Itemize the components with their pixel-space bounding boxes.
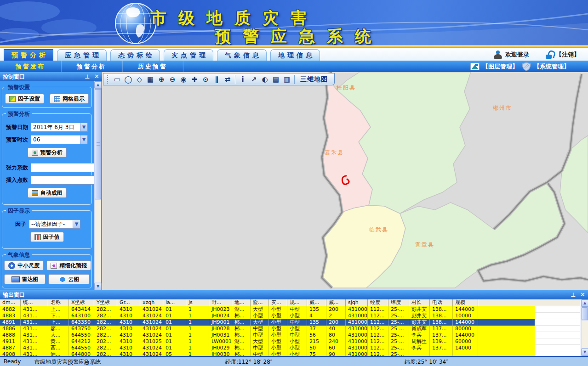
output-column-header-9[interactable]: 野... — [209, 299, 232, 306]
warning-time-select[interactable]: 06 ▼ — [31, 135, 88, 144]
export-icon[interactable]: ↗ — [248, 74, 259, 84]
status-longitude: 经度:112° 18′ 28″ — [225, 358, 272, 366]
output-column-header-15[interactable]: 威... — [326, 299, 346, 306]
output-column-header-19[interactable]: 村长 — [409, 299, 430, 306]
output-column-header-16[interactable]: sjqh — [346, 299, 368, 306]
history-clock-icon[interactable]: ◐ — [259, 74, 270, 84]
output-column-header-1[interactable]: 统... — [21, 299, 48, 306]
output-column-header-13[interactable]: 规... — [287, 299, 307, 306]
table-cell: 80 — [326, 332, 346, 338]
table-row-4886[interactable]: 4886431...廖...643750282...4310431024011J… — [0, 326, 580, 332]
measure-distance-icon[interactable]: ▭ — [112, 74, 123, 84]
print-preview-icon[interactable]: ▥ — [281, 74, 292, 84]
submenu-item-0[interactable]: 预警发布 — [0, 61, 61, 72]
warning-analysis-label: 预警分析 — [40, 149, 63, 157]
warning-date-value: 2011年 6月 3日 — [31, 123, 80, 131]
table-cell: 4887 — [0, 345, 21, 351]
warning-date-select[interactable]: 2011年 6月 3日 ▼ — [31, 123, 88, 132]
output-column-header-10[interactable]: 地... — [232, 299, 251, 306]
3d-map-button[interactable]: 三维地图 — [297, 75, 331, 84]
table-row-4911[interactable]: 4911431...黄...644212282...4310431025011L… — [0, 338, 580, 345]
output-column-header-6[interactable]: xzqh — [140, 299, 163, 306]
auto-map-button[interactable]: 自动成图 — [28, 188, 67, 198]
info-icon[interactable]: i — [237, 74, 248, 84]
submenu-item-1[interactable]: 预警分析 — [61, 61, 122, 72]
pin-icon[interactable]: ⊥ — [571, 292, 576, 298]
output-column-header-21[interactable]: 规模 — [453, 299, 478, 306]
factor-value-button[interactable]: 因子值 — [30, 232, 64, 242]
zoom-in-icon[interactable]: ⊕ — [156, 74, 167, 84]
factor-settings-button[interactable]: 因子设置 — [5, 94, 44, 104]
output-column-header-20[interactable]: 电话 — [430, 299, 453, 306]
table-row-4882[interactable]: 4882431...上...643414282...4310431024011J… — [0, 306, 580, 313]
close-icon[interactable]: ✕ — [94, 73, 99, 80]
measure-circle-icon[interactable]: ◯ — [123, 74, 134, 84]
main-tab-4[interactable]: 气象信息 — [217, 49, 267, 61]
pin-icon[interactable]: ⊥ — [85, 73, 90, 80]
pan-hand-icon[interactable]: ✚ — [189, 74, 200, 84]
scroll-up-icon[interactable]: ▲ — [94, 81, 102, 89]
layer-management-button[interactable]: 【图层管理】 — [470, 62, 518, 71]
radar-map-button[interactable]: 雷达图 — [4, 274, 46, 284]
pause-icon[interactable]: ∥ — [211, 74, 222, 84]
table-row-4887[interactable]: 4887431...西...644550282...4310431024011J… — [0, 345, 580, 351]
welcome-login[interactable]: 欢迎登录 — [493, 51, 529, 59]
toolbar-grip[interactable] — [107, 75, 109, 84]
grid-display-button[interactable]: 网格显示 — [50, 94, 89, 104]
output-column-header-2[interactable]: 名称 — [48, 299, 69, 306]
main-tab-2[interactable]: 态势标绘 — [110, 49, 160, 61]
output-column-header-0[interactable]: dm... — [0, 299, 21, 306]
table-cell: 431000 — [346, 313, 368, 319]
tension-coefficient-input[interactable] — [31, 163, 94, 172]
main-tab-1[interactable]: 应急管理 — [57, 49, 107, 61]
warning-analysis-button[interactable]: 预警分析 — [28, 147, 67, 158]
scroll-down-icon[interactable]: ▼ — [94, 283, 102, 290]
grid-icon[interactable]: ▦ — [145, 74, 156, 84]
fine-forecast-button[interactable]: 精细化预报 — [46, 260, 91, 270]
output-column-header-14[interactable]: 威... — [307, 299, 326, 306]
insert-points-input[interactable] — [31, 175, 94, 185]
table-row-4883[interactable]: 4883431...下...643100282...4310431024011J… — [0, 313, 580, 319]
table-cell: 4891 — [0, 319, 21, 326]
scroll-down-icon[interactable]: ▼ — [581, 349, 588, 356]
main-tab-0[interactable]: 预警分析 — [4, 49, 53, 61]
factor-select[interactable]: --请选择因子- ▼ — [29, 220, 80, 229]
output-scrollbar[interactable]: ▲ ▼ — [581, 299, 588, 356]
table-row-4888[interactable]: 4888431...大...644550282...4310431024011J… — [0, 332, 580, 338]
output-column-header-7[interactable]: la... — [163, 299, 186, 306]
output-column-header-18[interactable]: 纬度 — [388, 299, 409, 306]
output-column-header-3[interactable]: X坐标 — [69, 299, 94, 306]
main-tab-3[interactable]: 灾点管理 — [164, 49, 213, 61]
close-icon[interactable]: ✕ — [580, 291, 585, 298]
cloud-map-button[interactable]: 云图 — [48, 274, 90, 284]
swap-arrows-icon[interactable]: ⇄ — [222, 74, 233, 84]
table-row-4908[interactable]: 4908431...油...644800282...4310431024051J… — [0, 351, 580, 356]
zoom-select-icon[interactable]: ⊙ — [200, 74, 211, 84]
map-canvas[interactable]: 桂阳县郴州市嘉禾县临武县宜章县 ▭◯◇▦⊕⊖◉✚⊙∥⇄i↗◐▤▥ 三维地图 — [102, 72, 588, 290]
output-column-header-5[interactable]: Gr... — [117, 299, 140, 306]
measure-polygon-icon[interactable]: ◇ — [134, 74, 145, 84]
print-icon[interactable]: ▤ — [270, 74, 281, 84]
full-extent-globe-icon[interactable]: ◉ — [178, 74, 189, 84]
output-column-header-8[interactable]: js — [186, 299, 209, 306]
zoom-out-icon[interactable]: ⊖ — [167, 74, 178, 84]
output-column-header-12[interactable]: 灾... — [269, 299, 287, 306]
output-column-header-11[interactable]: 险... — [251, 299, 269, 306]
table-cell: JH9001 — [209, 319, 232, 326]
output-column-header-4[interactable]: Y坐标 — [94, 299, 117, 306]
analysis-icon — [32, 150, 38, 156]
output-column-header-17[interactable]: 经度 — [368, 299, 388, 306]
table-cell: 200 — [326, 319, 346, 326]
table-cell: 144000 — [453, 332, 478, 338]
scroll-up-icon[interactable]: ▲ — [581, 299, 588, 307]
table-row-4891[interactable]: 4891431...上...643350282...4310431024011J… — [0, 319, 580, 326]
logout-button[interactable]: 【注销】 — [546, 51, 580, 59]
system-management-button[interactable]: 【系统管理】 — [522, 62, 570, 71]
meso-scale-button[interactable]: 中小尺度 — [4, 260, 44, 270]
panel-scrollbar[interactable]: ▲ ▼ — [94, 81, 101, 290]
scrollbar-thumb[interactable] — [582, 307, 588, 320]
submenu-item-2[interactable]: 历史预警 — [122, 61, 183, 72]
scrollbar-thumb[interactable] — [95, 89, 101, 199]
main-tab-5[interactable]: 地理信息 — [270, 49, 320, 61]
map-label-3: 临武县 — [369, 226, 388, 234]
